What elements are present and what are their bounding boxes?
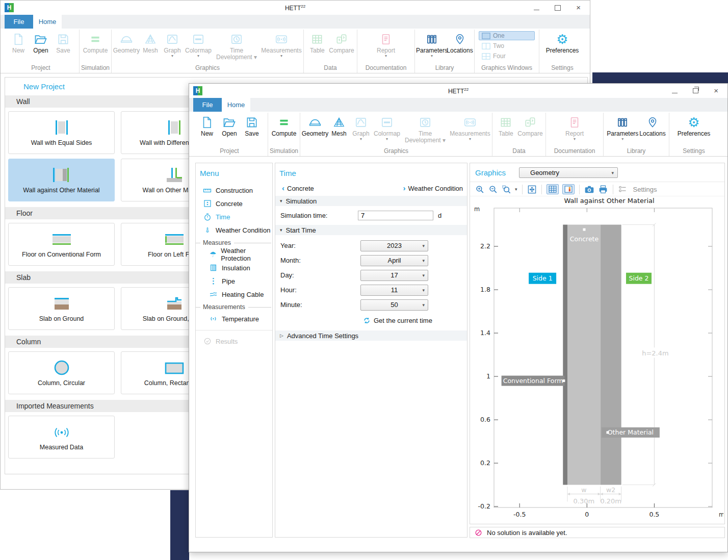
colormap-button[interactable]: Colormap ▾: [185, 30, 212, 58]
graphics-windows-one-button[interactable]: One: [479, 31, 535, 40]
gear-icon: ⚙: [688, 114, 699, 131]
hour-select[interactable]: 11▾: [360, 285, 428, 296]
tab-home[interactable]: Home: [33, 15, 62, 29]
table-button[interactable]: Table: [306, 30, 328, 54]
tab-home[interactable]: Home: [222, 98, 250, 112]
concrete-icon: [202, 199, 212, 209]
menu-item-insulation[interactable]: Insulation: [196, 261, 272, 274]
month-select[interactable]: April▾: [360, 255, 428, 266]
graphics-windows-two-button[interactable]: Two: [479, 41, 535, 50]
menu-item-concrete[interactable]: Concrete: [196, 197, 272, 210]
minimize-icon[interactable]: [534, 10, 539, 10]
measurements-button[interactable]: Measurements ▾: [261, 30, 302, 58]
mesh-button[interactable]: Mesh: [141, 30, 160, 54]
locations-button[interactable]: Locations: [448, 30, 472, 54]
new-button[interactable]: New: [8, 30, 29, 54]
graphics-view-select[interactable]: Geometry▾: [519, 167, 618, 178]
close-icon[interactable]: ×: [576, 5, 581, 11]
zoom-in-icon[interactable]: [475, 185, 485, 194]
graphics-windows-four-button[interactable]: Four: [479, 52, 535, 61]
graph-button[interactable]: Graph ▾: [161, 30, 184, 58]
section-simulation[interactable]: ▾ Simulation: [275, 196, 467, 206]
collapse-closed-icon: ▷: [280, 333, 283, 338]
svg-text:0.5: 0.5: [649, 511, 659, 518]
restore-icon[interactable]: [693, 88, 698, 93]
time-development-button[interactable]: Time Development ▾: [213, 30, 260, 61]
measurements-button[interactable]: Measurements ▾: [450, 113, 490, 141]
locations-button[interactable]: Locations: [639, 113, 665, 137]
day-select[interactable]: 17▾: [360, 270, 428, 281]
project-card[interactable]: Measured Data: [8, 416, 115, 459]
insulation-icon: [209, 263, 218, 273]
chevron-left-icon: ‹: [282, 184, 284, 192]
print-icon[interactable]: [598, 185, 608, 194]
menu-item-time[interactable]: Time: [196, 210, 272, 223]
save-button[interactable]: Save: [241, 113, 263, 137]
zoom-menu-caret-icon[interactable]: ▾: [515, 187, 517, 192]
zoom-extents-icon[interactable]: [527, 185, 537, 194]
report-button[interactable]: Report ▾: [564, 113, 585, 141]
colormap-button[interactable]: Colormap ▾: [373, 113, 401, 141]
project-card[interactable]: Slab on Ground: [8, 287, 115, 330]
section-start-time[interactable]: ▾ Start Time: [275, 225, 467, 235]
nav-back-concrete[interactable]: ‹Concrete: [279, 184, 314, 192]
menu-item-weather-condition[interactable]: Weather Condition: [196, 223, 272, 237]
project-card-selected[interactable]: Wall against Other Material: [8, 159, 115, 201]
svg-text:Other Material: Other Material: [608, 428, 654, 436]
report-icon: [379, 31, 393, 47]
four-windows-icon: [482, 53, 490, 60]
menu-item-weather-protection[interactable]: ☂ Weather Protection: [196, 248, 272, 261]
tab-file[interactable]: File: [193, 98, 222, 112]
minimize-icon[interactable]: [672, 93, 678, 93]
mesh-button[interactable]: Mesh: [329, 113, 349, 137]
menu-item-heating-cable[interactable]: Heating Cable: [196, 288, 272, 301]
preferences-button[interactable]: ⚙ Preferences: [678, 113, 711, 137]
graph-button[interactable]: Graph ▾: [350, 113, 372, 141]
parameters-button[interactable]: Parameters ▾: [607, 113, 638, 141]
group-caption: Project: [191, 147, 268, 156]
plot-settings-icon[interactable]: [618, 185, 627, 193]
compute-button[interactable]: Compute: [83, 30, 108, 54]
minute-select[interactable]: 50▾: [360, 299, 428, 311]
titlebar[interactable]: H HETT22 ×: [189, 84, 727, 98]
ribbon-group-documentation: Report ▾ Documentation: [546, 113, 604, 156]
report-button[interactable]: Report ▾: [375, 30, 397, 58]
umbrella-icon: ☂: [209, 250, 217, 260]
project-card[interactable]: Column, Circular: [8, 351, 115, 394]
year-select[interactable]: 2023▾: [360, 240, 428, 251]
open-button[interactable]: Open: [30, 30, 51, 54]
compute-button[interactable]: Compute: [272, 113, 297, 137]
menu-item-temperature[interactable]: Temperature: [196, 312, 272, 325]
parameters-button[interactable]: Parameters ▾: [417, 30, 447, 58]
snapshot-camera-icon[interactable]: [584, 185, 594, 194]
project-card[interactable]: Wall with Equal Sides: [8, 111, 115, 154]
open-button[interactable]: Open: [219, 113, 240, 137]
titlebar[interactable]: H HETT22 ×: [1, 1, 590, 15]
preferences-button[interactable]: ⚙ Preferences: [546, 30, 579, 54]
menu-item-results[interactable]: Results: [196, 335, 272, 348]
grid-toggle-icon[interactable]: [547, 184, 559, 194]
collapse-open-icon: ▾: [280, 227, 282, 233]
geometry-button[interactable]: Geometry: [302, 113, 328, 137]
project-card[interactable]: Floor on Conventional Form: [8, 223, 115, 266]
new-button[interactable]: New: [196, 113, 218, 137]
nav-forward-weather-condition[interactable]: ›Weather Condition: [401, 184, 463, 192]
geometry-plot-canvas[interactable]: Wall against Other Materialmm-0.20.20.61…: [470, 196, 723, 523]
geometry-button[interactable]: Geometry: [113, 30, 140, 54]
close-icon[interactable]: ×: [714, 88, 718, 94]
save-button[interactable]: Save: [53, 30, 74, 54]
compare-button[interactable]: Compare: [329, 30, 354, 54]
section-advanced-time-settings[interactable]: ▷ Advanced Time Settings: [275, 330, 467, 341]
menu-item-pipe[interactable]: ⋮ Pipe: [196, 274, 272, 288]
zoom-box-icon[interactable]: [502, 185, 511, 194]
menu-item-construction[interactable]: Construction: [196, 184, 272, 197]
simulation-time-input[interactable]: [358, 211, 433, 220]
zoom-out-icon[interactable]: [488, 185, 498, 194]
maximize-icon[interactable]: [555, 5, 561, 11]
tab-file[interactable]: File: [5, 15, 33, 29]
compare-button[interactable]: Compare: [517, 113, 542, 137]
colorbar-toggle-icon[interactable]: [562, 184, 575, 194]
time-development-button[interactable]: Time Development ▾: [402, 113, 449, 144]
table-button[interactable]: Table: [495, 113, 516, 137]
get-current-time-button[interactable]: Get the current time: [363, 317, 467, 324]
